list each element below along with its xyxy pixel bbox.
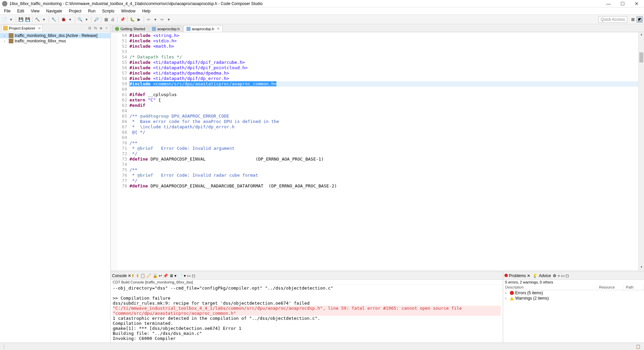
expand-icon[interactable]: › [505, 291, 508, 295]
filter-icon[interactable]: ⚙ [553, 273, 556, 278]
code-line[interactable]: 66 * Base error code for the aoaProc DPU… [117, 119, 638, 124]
close-icon[interactable]: ✕ [217, 27, 220, 31]
line-text[interactable] [129, 49, 638, 54]
minimize-view-icon[interactable]: ▭ [187, 273, 191, 278]
line-text[interactable]: @{ */ [129, 130, 638, 135]
code-line[interactable]: 58#include <ti/datapath/dpif/dp_error.h> [117, 76, 638, 81]
line-text[interactable]: #include <ti/datapath/dpif/dpif_radarcub… [129, 60, 638, 65]
code-line[interactable]: 52#include <math.h> [117, 44, 638, 49]
line-text[interactable]: * @brief Error Code: Invalid argument [129, 146, 638, 151]
advice-tab[interactable]: 💡 Advice [530, 273, 553, 279]
code-line[interactable]: 60 [117, 87, 638, 92]
search-icon[interactable]: 🔎 [93, 16, 99, 23]
close-icon[interactable]: ✕ [527, 273, 530, 278]
menu-view[interactable]: View [28, 8, 43, 14]
line-text[interactable]: /** [129, 167, 638, 173]
code-line[interactable]: 68 @{ */ [117, 130, 638, 135]
close-button[interactable]: ✕ [633, 1, 641, 6]
dropdown-icon[interactable]: ▾ [84, 16, 90, 23]
line-text[interactable]: #include <ti/datapath/dpif/dp_error.h> [129, 76, 638, 81]
menu-navigate[interactable]: Navigate [43, 8, 65, 14]
code-line[interactable]: 75/** [117, 167, 638, 173]
menu-edit[interactable]: Edit [14, 8, 28, 14]
code-line[interactable]: 78#define DPU_AOAPROCDSP_EINVAL__RADARCU… [117, 183, 638, 189]
menu-run[interactable]: Run [85, 8, 99, 14]
code-line[interactable]: 54/* Datapath files */ [117, 54, 638, 60]
line-text[interactable]: */ [129, 151, 638, 157]
printer-icon[interactable]: 🖨 [110, 16, 116, 23]
problems-warnings-group[interactable]: › Warnings (2 items) [503, 296, 644, 301]
line-text[interactable]: #include <string.h> [129, 33, 638, 38]
code-line[interactable]: 51#include <stdio.h> [117, 38, 638, 44]
wrench-icon[interactable]: 🔧 [51, 16, 57, 23]
code-line[interactable]: 74 [117, 162, 638, 167]
menu-scripts[interactable]: Scripts [99, 8, 118, 14]
code-line[interactable]: 65/** @addtogroup DPU_AOAPROC_ERROR_CODE [117, 114, 638, 119]
line-text[interactable]: #include <math.h> [129, 44, 638, 49]
line-text[interactable]: */ [129, 178, 638, 183]
expand-icon[interactable]: › [4, 39, 7, 43]
col-resource[interactable]: Resource [597, 285, 624, 290]
code-line[interactable]: 71 * @brief Error Code: Invalid argument [117, 146, 638, 151]
dropdown-icon[interactable]: ▾ [184, 273, 186, 278]
code-line[interactable]: 61#ifdef __cplusplus [117, 92, 638, 97]
close-icon[interactable]: ✕ [128, 273, 131, 278]
perspective-open-icon[interactable]: ⊞ [630, 16, 636, 23]
perspective-ccs-icon[interactable]: ◩ [637, 16, 643, 23]
display-icon[interactable]: 🖥 [169, 273, 173, 278]
quick-access-field[interactable]: Quick Access [598, 16, 627, 23]
tab-aoaprocdsp-2[interactable]: aoaprocdsp.h ✕ [183, 25, 223, 32]
col-path[interactable]: Path [624, 285, 644, 290]
maximize-view-icon[interactable]: ◻ [192, 273, 195, 278]
line-text[interactable]: #define DPU_AOAPROCDSP_EINVAL__RADARCUBE… [129, 183, 638, 189]
dropdown-icon[interactable]: ▾ [67, 16, 73, 23]
line-text[interactable]: #define DPU_AOAPROCDSP_EINVAL (DP_ERRNO_… [129, 157, 638, 162]
menu-window[interactable]: Window [118, 8, 139, 14]
expand-icon[interactable]: › [4, 34, 7, 38]
flashlight-icon[interactable]: 🔍 [77, 16, 83, 23]
console-output[interactable]: --obj_directory="dss" --cmd_file="config… [111, 285, 503, 343]
code-line[interactable]: 73#define DPU_AOAPROCDSP_EINVAL (DP_ERRN… [117, 157, 638, 162]
line-text[interactable]: #include <common/src/dpu/aoastaticproc/a… [129, 81, 638, 87]
code-line[interactable]: 70/** [117, 140, 638, 146]
code-line[interactable]: 62extern "C" { [117, 97, 638, 103]
back-icon[interactable]: ⇦ [146, 16, 152, 23]
scroll-up-icon[interactable]: ▴ [639, 32, 644, 38]
code-line[interactable]: 72 */ [117, 151, 638, 157]
col-description[interactable]: Description [503, 285, 597, 290]
line-text[interactable] [129, 108, 638, 114]
line-text[interactable]: #include <ti/datapath/dpedma/dpedma.h> [129, 71, 638, 76]
menu-file[interactable]: File [1, 8, 14, 14]
code-line[interactable]: 59#include <common/src/dpu/aoastaticproc… [117, 81, 638, 87]
line-text[interactable] [129, 87, 638, 92]
scroll-down-icon[interactable]: ▾ [639, 265, 644, 270]
lock-scroll-icon[interactable]: 🔒 [153, 273, 158, 278]
code-line[interactable]: 50#include <string.h> [117, 33, 638, 38]
dropdown-icon[interactable]: ▾ [41, 16, 47, 23]
dropdown-icon[interactable]: ▾ [8, 16, 14, 23]
status-icon[interactable]: 📋 [632, 344, 644, 349]
vertical-scrollbar[interactable]: ▴ ▾ [638, 32, 644, 270]
console-tab[interactable]: Console ✕ [112, 273, 131, 278]
code-editor[interactable]: 50#include <string.h>51#include <stdio.h… [111, 32, 644, 270]
save-all-icon[interactable]: 💾 [24, 16, 31, 23]
project-explorer-tab[interactable]: Project Explorer ✕ [1, 25, 43, 31]
line-text[interactable]: /** [129, 140, 638, 146]
code-line[interactable]: 67 * \include ti/datapath/dpif/dp_error.… [117, 124, 638, 130]
collapse-all-icon[interactable]: ⊟ [87, 26, 92, 31]
tab-getting-started[interactable]: Getting Started [112, 26, 148, 32]
code-line[interactable]: 57#include <ti/datapath/dpedma/dpedma.h> [117, 71, 638, 76]
line-text[interactable] [129, 162, 638, 167]
line-text[interactable]: /* Datapath files */ [129, 54, 638, 60]
scroll-up-icon[interactable]: ⬆ [131, 273, 135, 278]
toggle-icon[interactable]: ▦ [103, 16, 109, 23]
code-line[interactable]: 56#include <ti/datapath/dpif/dpif_pointc… [117, 65, 638, 71]
project-item-mss[interactable]: › traffic_monitoring_68xx_mss [0, 38, 110, 44]
save-icon[interactable]: 💾 [18, 16, 24, 23]
dropdown-icon[interactable]: ▾ [166, 16, 172, 23]
code-area[interactable]: 50#include <string.h>51#include <stdio.h… [117, 32, 638, 270]
code-line[interactable]: 77 */ [117, 178, 638, 183]
hammer-icon[interactable]: 🔨 [34, 16, 40, 23]
clipboard-icon[interactable]: 📋 [140, 273, 145, 278]
menu-help[interactable]: Help [139, 8, 154, 14]
